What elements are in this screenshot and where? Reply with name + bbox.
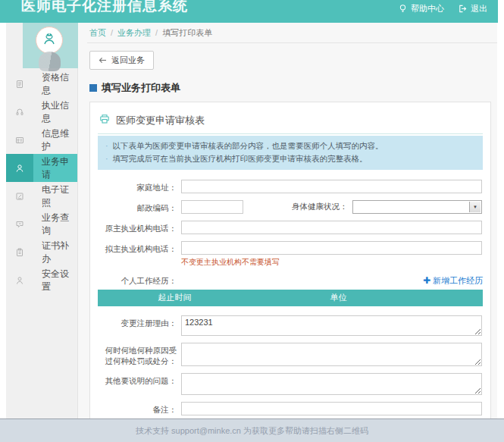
help-center-link[interactable]: 帮助中心 [398, 3, 444, 14]
new-org-phone-label: 拟主执业机构电话： [98, 241, 177, 254]
security-icon [6, 266, 33, 294]
sidebar-menu: 资格信息 执业信息 信息维护 [6, 70, 77, 294]
change-reason-label: 变更注册理由： [98, 315, 177, 328]
page-title-text: 填写业务打印表单 [102, 81, 180, 95]
page-footer: 技术支持 support@minke.cn 为获取更多帮助请扫描右侧二维码 [0, 418, 504, 442]
old-org-phone-label: 原主执业机构电话： [98, 221, 177, 234]
sidebar-item-label: 电子证照 [33, 182, 77, 210]
footer-support-text: 技术支持 support@minke.cn 为获取更多帮助请扫描右侧二维码 [136, 425, 368, 437]
remark-row: 备注： [98, 402, 483, 415]
back-arrow-icon [99, 56, 107, 65]
health-status-select[interactable]: ▼ [352, 200, 483, 214]
avatar[interactable] [36, 27, 63, 54]
left-gutter [0, 23, 6, 442]
app-window: 医师电子化注册信息系统 帮助中心 退出 [0, 0, 504, 442]
form-card: 医师变更申请审核表 · 以下表单为医师变更申请审核表的部分内容，也是需要医师个人… [89, 102, 491, 442]
other-issues-textarea[interactable] [181, 373, 482, 395]
sidebar-item-business-query[interactable]: 业务查询 [6, 210, 77, 238]
breadcrumb-current: 填写打印表单 [162, 27, 212, 39]
back-button-label: 返回业务 [111, 55, 145, 66]
logout-icon [458, 4, 468, 14]
page-title: 填写业务打印表单 [89, 81, 497, 95]
postal-code-label: 邮政编码： [98, 200, 177, 213]
sidebar-item-business-apply[interactable]: 业务申请 [6, 154, 77, 182]
bullet-icon: · [105, 139, 108, 152]
column-header-period: 起止时间 [98, 292, 252, 303]
change-reason-textarea[interactable]: 123231 [181, 315, 482, 336]
breadcrumb-business[interactable]: 业务办理 [117, 27, 151, 39]
logout-link[interactable]: 退出 [458, 3, 487, 14]
new-org-phone-row: 拟主执业机构电话： [98, 241, 483, 255]
sidebar-item-label: 业务申请 [33, 154, 77, 182]
id-card-icon [6, 126, 33, 154]
sidebar: 资格信息 执业信息 信息维护 [6, 23, 78, 442]
dropdown-arrow-icon[interactable]: ▼ [469, 202, 481, 212]
avatar-body-silhouette [39, 52, 61, 71]
breadcrumb: 首页 / 业务办理 / 填写打印表单 [87, 23, 497, 43]
clipboard-icon [6, 238, 33, 266]
main-area: 资格信息 执业信息 信息维护 [0, 23, 504, 442]
postal-code-input[interactable] [181, 200, 243, 214]
sidebar-item-label: 安全设置 [33, 266, 77, 294]
document-icon [6, 70, 33, 98]
punishment-label: 何时何地何种原因受过何种处罚或处分： [98, 343, 177, 366]
home-address-row: 家庭地址： [98, 180, 483, 193]
postal-health-row: 邮政编码： 身体健康状况： ▼ [98, 200, 483, 214]
logout-label: 退出 [471, 3, 487, 14]
sidebar-item-e-license[interactable]: 电子证照 [6, 182, 77, 210]
doctor-avatar-icon [40, 30, 58, 51]
new-org-phone-note: 不变更主执业机构不需要填写 [181, 257, 483, 268]
bullet-icon: · [105, 152, 108, 165]
section-marker [89, 84, 97, 92]
old-org-phone-input[interactable] [181, 221, 482, 234]
column-header-unit: 单位 [252, 292, 425, 303]
add-work-history-label: 新增工作经历 [433, 275, 483, 287]
app-title: 医师电子化注册信息系统 [21, 0, 188, 16]
form-card-header: 医师变更申请审核表 [98, 110, 483, 134]
notice-line: · 填写完成后可在当前执业医疗机构打印医师变更申请审核表的完整表格。 [105, 152, 475, 165]
remark-label: 备注： [98, 402, 177, 415]
help-center-label: 帮助中心 [411, 3, 444, 14]
health-status-label: 身体健康状况： [292, 202, 348, 212]
sidebar-item-security[interactable]: 安全设置 [6, 266, 77, 294]
remark-input[interactable] [181, 402, 482, 415]
sidebar-item-label: 业务查询 [33, 210, 77, 238]
breadcrumb-home[interactable]: 首页 [89, 27, 106, 39]
work-history-label: 个人工作经历： [98, 274, 177, 286]
back-to-business-button[interactable]: 返回业务 [89, 51, 154, 70]
home-address-input[interactable] [181, 180, 482, 193]
work-history-table: 起止时间 单位 [98, 290, 483, 306]
sidebar-item-practice[interactable]: 执业信息 [6, 98, 77, 126]
other-issues-label: 其他要说明的问题： [98, 373, 177, 386]
add-work-history-link[interactable]: ✚ 新增工作经历 [423, 275, 483, 287]
notice-box: · 以下表单为医师变更申请审核表的部分内容，也是需要医师个人填写的内容。 · 填… [98, 136, 483, 170]
notice-line: · 以下表单为医师变更申请审核表的部分内容，也是需要医师个人填写的内容。 [105, 139, 475, 152]
punishment-textarea[interactable] [181, 343, 482, 366]
old-org-phone-row: 原主执业机构电话： [98, 221, 483, 234]
sidebar-item-label: 执业信息 [33, 98, 77, 126]
work-history-table-header: 起止时间 单位 [98, 290, 483, 306]
notice-text: 以下表单为医师变更申请审核表的部分内容，也是需要医师个人填写的内容。 [113, 139, 383, 152]
sidebar-item-certificate-reissue[interactable]: 证书补办 [6, 238, 77, 266]
breadcrumb-separator: / [155, 28, 158, 37]
printer-icon [99, 114, 110, 127]
sidebar-item-qualification[interactable]: 资格信息 [6, 70, 77, 98]
other-issues-row: 其他要说明的问题： [98, 373, 483, 395]
sidebar-item-info-maintenance[interactable]: 信息维护 [6, 126, 77, 154]
top-header-bar: 医师电子化注册信息系统 帮助中心 退出 [0, 0, 498, 23]
avatar-block [23, 23, 78, 68]
sidebar-item-label: 证书补办 [33, 238, 77, 266]
person-icon [6, 154, 33, 182]
sidebar-item-label: 信息维护 [33, 126, 77, 154]
form-title: 医师变更申请审核表 [116, 114, 205, 127]
change-application-form: 家庭地址： 邮政编码： 身体健康状况： ▼ [98, 170, 483, 439]
practice-icon [6, 98, 33, 126]
punishment-row: 何时何地何种原因受过何种处罚或处分： [98, 343, 483, 366]
sidebar-item-label: 资格信息 [33, 70, 77, 98]
header-actions: 帮助中心 退出 [398, 0, 487, 14]
help-bulb-icon [398, 4, 408, 14]
change-reason-row: 变更注册理由： 123231 [98, 315, 483, 336]
new-org-phone-input[interactable] [181, 241, 482, 255]
query-icon [6, 210, 33, 238]
right-gutter [497, 23, 504, 442]
